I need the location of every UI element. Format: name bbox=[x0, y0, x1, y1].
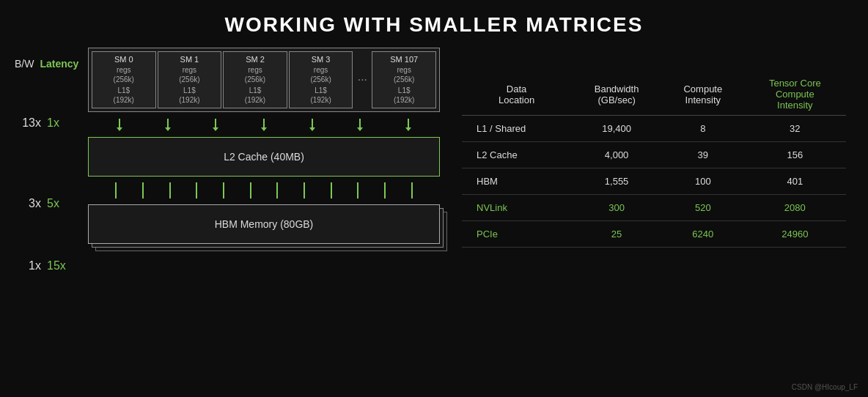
arrow-icon-1 bbox=[116, 119, 123, 131]
table-row: HBM1,555100401 bbox=[462, 168, 846, 195]
l2-cache-block: L2 Cache (40MB) bbox=[88, 137, 440, 177]
sm-blocks-row: SM 0 regs(256k) L1$(192k) SM 1 regs(256k… bbox=[88, 48, 440, 112]
col-header-bandwidth: Bandwidth(GB/sec) bbox=[571, 73, 662, 116]
cell-location-4: PCIe bbox=[462, 221, 571, 248]
watermark: CSDN @HIcoup_LF bbox=[792, 383, 858, 391]
sm-block-1: SM 1 regs(256k) L1$(192k) bbox=[158, 51, 222, 108]
arrow-icon-5 bbox=[309, 119, 316, 131]
vert-line-2 bbox=[142, 182, 144, 198]
labels-column: B/W Latency 13x 1x 3x 5x bbox=[15, 48, 88, 297]
cell-compute-2: 100 bbox=[662, 168, 744, 195]
label-row-3: 1x 15x bbox=[15, 238, 88, 297]
table-row: PCIe25624024960 bbox=[462, 221, 846, 248]
cell-tensor-2: 401 bbox=[744, 168, 846, 195]
arrow-icon-3 bbox=[212, 119, 219, 131]
cell-tensor-1: 156 bbox=[744, 142, 846, 168]
table-row: NVLink3005202080 bbox=[462, 195, 846, 221]
vert-line-7 bbox=[276, 182, 278, 198]
cell-bandwidth-4: 25 bbox=[571, 221, 662, 248]
diagram-column: SM 0 regs(256k) L1$(192k) SM 1 regs(256k… bbox=[88, 48, 440, 297]
page-title: WORKING WITH SMALLER MATRICES bbox=[0, 0, 868, 37]
main-container: WORKING WITH SMALLER MATRICES B/W Latenc… bbox=[0, 0, 868, 304]
vert-line-6 bbox=[250, 182, 251, 198]
table-row: L1 / Shared19,400832 bbox=[462, 116, 846, 142]
cell-location-3: NVLink bbox=[462, 195, 571, 221]
cell-tensor-4: 24960 bbox=[744, 221, 846, 248]
col-header-location: DataLocation bbox=[462, 73, 571, 116]
hbm-label: HBM Memory (80GB) bbox=[215, 218, 314, 230]
cell-tensor-0: 32 bbox=[744, 116, 846, 142]
arrow-icon-6 bbox=[356, 119, 364, 131]
sm-block-107: SM 107 regs(256k) L1$(192k) bbox=[372, 51, 436, 108]
cell-bandwidth-2: 1,555 bbox=[571, 168, 662, 195]
cell-bandwidth-3: 300 bbox=[571, 195, 662, 221]
hbm-wrapper: HBM Memory (80GB) bbox=[88, 204, 440, 244]
bw-row2: 3x bbox=[15, 197, 41, 210]
lat-row3: 15x bbox=[47, 259, 73, 272]
cell-compute-3: 520 bbox=[662, 195, 744, 221]
sm-block-3: SM 3 regs(256k) L1$(192k) bbox=[289, 51, 353, 108]
table-header-row: DataLocation Bandwidth(GB/sec) ComputeIn… bbox=[462, 73, 846, 116]
vertical-lines bbox=[88, 182, 440, 198]
vert-line-5 bbox=[223, 182, 224, 198]
label-row-2: 3x 5x bbox=[15, 172, 88, 238]
vert-line-12 bbox=[411, 182, 413, 198]
cell-compute-1: 39 bbox=[662, 142, 744, 168]
arrow-icon-4 bbox=[260, 119, 268, 131]
cell-bandwidth-0: 19,400 bbox=[571, 116, 662, 142]
col-header-compute: ComputeIntensity bbox=[662, 73, 744, 116]
cell-tensor-3: 2080 bbox=[744, 195, 846, 221]
content-area: B/W Latency 13x 1x 3x 5x bbox=[0, 40, 868, 304]
bw-header-label: B/W bbox=[15, 58, 34, 70]
l2-label: L2 Cache (40MB) bbox=[224, 151, 304, 163]
lat-row2: 5x bbox=[47, 197, 73, 210]
cell-compute-0: 8 bbox=[662, 116, 744, 142]
hbm-block: HBM Memory (80GB) bbox=[88, 204, 440, 244]
cell-location-0: L1 / Shared bbox=[462, 116, 571, 142]
col-header-tensor: Tensor CoreComputeIntensity bbox=[744, 73, 846, 116]
right-panel: DataLocation Bandwidth(GB/sec) ComputeIn… bbox=[462, 48, 846, 297]
bw-row3: 1x bbox=[15, 259, 41, 272]
sm-block-2: SM 2 regs(256k) L1$(192k) bbox=[223, 51, 287, 108]
left-panel: B/W Latency 13x 1x 3x 5x bbox=[15, 48, 440, 297]
cell-bandwidth-1: 4,000 bbox=[571, 142, 662, 168]
cell-compute-4: 6240 bbox=[662, 221, 744, 248]
sm-dots: ··· bbox=[354, 51, 370, 108]
data-table: DataLocation Bandwidth(GB/sec) ComputeIn… bbox=[462, 73, 846, 248]
cell-location-1: L2 Cache bbox=[462, 142, 571, 168]
table-row: L2 Cache4,00039156 bbox=[462, 142, 846, 168]
vert-line-8 bbox=[304, 182, 305, 198]
arrow-icon-2 bbox=[164, 119, 172, 131]
bw-row1: 13x bbox=[15, 116, 41, 130]
vert-line-1 bbox=[115, 182, 117, 198]
arrows-to-l2 bbox=[88, 118, 440, 131]
vert-line-9 bbox=[331, 182, 332, 198]
lat-row1: 1x bbox=[47, 116, 73, 130]
label-row-1: 13x 1x bbox=[15, 77, 88, 172]
vert-line-4 bbox=[196, 182, 197, 198]
arrow-icon-7 bbox=[405, 119, 412, 131]
cell-location-2: HBM bbox=[462, 168, 571, 195]
bw-latency-header: B/W Latency bbox=[15, 55, 88, 73]
sm-block-0: SM 0 regs(256k) L1$(192k) bbox=[92, 51, 156, 108]
vert-line-3 bbox=[169, 182, 171, 198]
latency-header-label: Latency bbox=[40, 58, 78, 70]
vert-line-10 bbox=[357, 182, 358, 198]
vert-line-11 bbox=[384, 182, 386, 198]
